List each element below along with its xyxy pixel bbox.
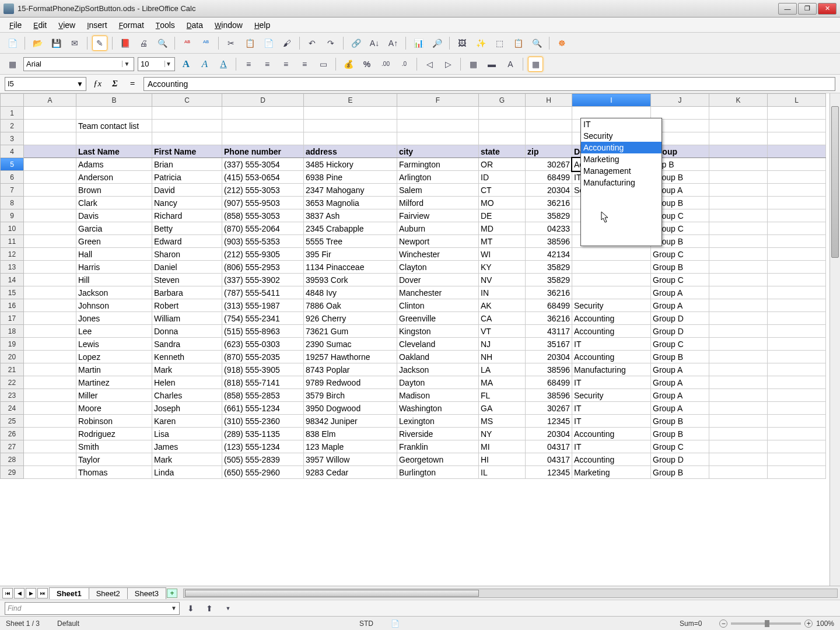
cell[interactable] [24,440,76,453]
cell[interactable] [709,376,768,389]
cell[interactable]: 5555 Tree [304,235,397,248]
formula-input[interactable]: Accounting [144,77,835,91]
cell[interactable] [768,248,826,261]
cell[interactable]: MD [479,222,526,235]
cell[interactable] [24,120,76,132]
cell[interactable] [768,363,826,376]
row-header[interactable]: 1 [1,107,24,120]
cell[interactable] [24,274,76,286]
cell[interactable]: (505) 555-2839 [222,453,304,466]
align-right-button[interactable]: ≡ [278,57,293,72]
cell[interactable]: (212) 555-3053 [222,184,304,197]
cell[interactable] [709,261,768,274]
cell[interactable] [479,120,526,132]
format-paintbrush-button[interactable]: 🖌 [279,36,295,51]
cell[interactable] [397,107,479,120]
cell[interactable]: Donna [152,325,222,338]
cell[interactable]: 38596 [526,363,572,376]
cell[interactable]: CT [479,184,526,197]
cell[interactable] [479,107,526,120]
clipboard-button[interactable]: 📋 [510,36,526,51]
cell[interactable]: Oakland [397,351,479,363]
font-size-input[interactable] [141,60,163,68]
cell[interactable] [768,286,826,299]
open-button[interactable]: 📂 [30,36,45,51]
spellcheck-button[interactable]: ᴬᴮ [180,36,195,51]
cell[interactable] [526,132,572,145]
cell[interactable]: 04317 [526,453,572,466]
cell[interactable]: IT [572,338,651,351]
cell[interactable]: 12345 [526,466,572,479]
cell[interactable]: Taylor [76,453,152,466]
cell[interactable]: 68499 [526,376,572,389]
gallery-button[interactable]: 🖼 [454,36,470,51]
row-header[interactable]: 27 [1,440,24,453]
cell[interactable] [768,261,826,274]
cell[interactable]: IL [479,466,526,479]
find-prev-button[interactable]: ⬆ [202,601,217,616]
cell[interactable] [709,184,768,197]
row-header[interactable]: 10 [1,222,24,235]
row-header[interactable]: 14 [1,274,24,286]
column-header[interactable]: B [76,94,152,107]
cell[interactable]: Group A [651,286,709,299]
cell[interactable] [709,299,768,312]
vertical-scrollbar-thumb[interactable] [831,106,839,258]
row-header[interactable]: 19 [1,338,24,351]
cell[interactable]: Nancy [152,197,222,209]
align-left-button[interactable]: ≡ [241,57,256,72]
select-all-corner[interactable] [1,94,24,107]
cell[interactable]: 3950 Dogwood [304,402,397,415]
row-header[interactable]: 21 [1,363,24,376]
cell[interactable]: 2390 Sumac [304,338,397,351]
row-header[interactable]: 20 [1,351,24,363]
cell[interactable]: Kingston [397,325,479,338]
cell[interactable]: 30267 [526,158,572,171]
cell[interactable]: Security [572,299,651,312]
cell[interactable]: (870) 555-2064 [222,222,304,235]
menu-view[interactable]: View [52,19,81,32]
cell[interactable]: Group A [651,363,709,376]
cell[interactable]: NH [479,351,526,363]
cell[interactable] [152,132,222,145]
cell[interactable]: 926 Cherry [304,312,397,325]
cell[interactable] [304,132,397,145]
cell[interactable]: 9283 Cedar [304,466,397,479]
cell[interactable] [768,197,826,209]
cell[interactable]: (313) 555-1987 [222,299,304,312]
cell[interactable]: Brian [152,158,222,171]
cell[interactable] [24,132,76,145]
cell[interactable] [709,158,768,171]
cell[interactable]: (661) 555-1234 [222,402,304,415]
cell[interactable] [24,453,76,466]
background-color-button[interactable]: ▬ [484,57,499,72]
cell[interactable] [24,338,76,351]
cell[interactable] [24,158,76,171]
cell[interactable]: Accounting [572,325,651,338]
cell[interactable] [24,107,76,120]
cell[interactable] [397,132,479,145]
sort-desc-button[interactable]: A↑ [386,36,401,51]
cell[interactable]: Phone number [222,145,304,158]
cell[interactable] [24,312,76,325]
cell[interactable]: 38596 [526,235,572,248]
cell[interactable] [768,171,826,184]
sheet-tab[interactable]: Sheet3 [127,587,166,599]
underline-button[interactable]: A [216,57,231,72]
hyperlink-button[interactable]: 🔗 [348,36,363,51]
menu-edit[interactable]: Edit [27,19,52,32]
cell[interactable]: Fairview [397,209,479,222]
cell[interactable]: Group A [651,402,709,415]
cell[interactable] [24,248,76,261]
cell[interactable]: William [152,312,222,325]
zoom-slider[interactable] [731,622,801,625]
chevron-down-icon[interactable]: ▼ [164,61,172,67]
cell[interactable] [768,440,826,453]
name-box-input[interactable] [8,79,76,88]
cell[interactable]: Sharon [152,248,222,261]
cell[interactable]: CA [479,312,526,325]
cell[interactable]: Hall [76,248,152,261]
minimize-button[interactable]: — [778,3,797,15]
cell[interactable]: KY [479,261,526,274]
cell[interactable]: zip [526,145,572,158]
